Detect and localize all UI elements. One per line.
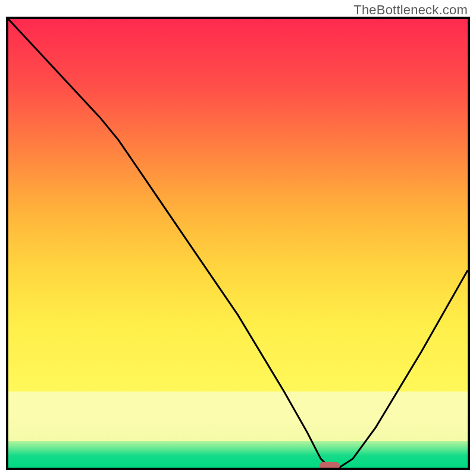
bottleneck-curve-svg: [8, 19, 468, 468]
plot-area: [8, 19, 468, 468]
chart-frame: [6, 17, 470, 470]
optimal-marker: [320, 462, 340, 470]
bottleneck-curve-path: [8, 19, 468, 468]
watermark-text: TheBottleneck.com: [353, 2, 468, 18]
